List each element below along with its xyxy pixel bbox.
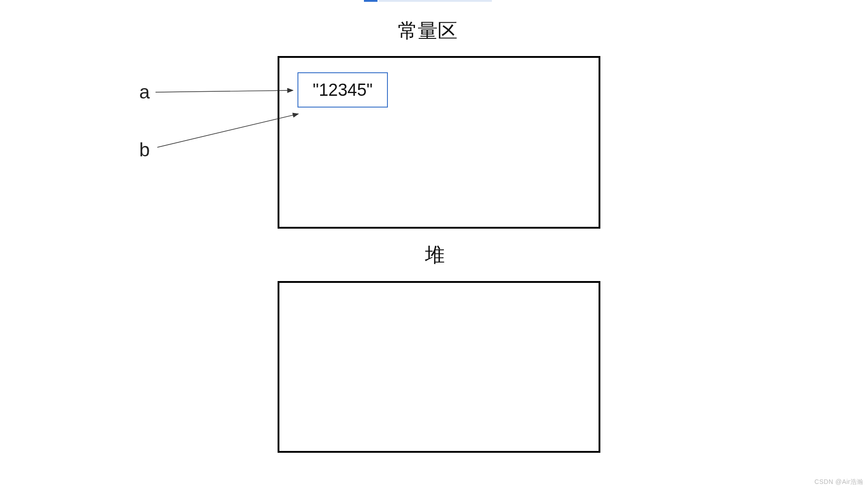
heap-title: 堆 bbox=[425, 245, 445, 265]
constant-area-title: 常量区 bbox=[398, 21, 458, 41]
string-literal-box: "12345" bbox=[297, 72, 388, 108]
watermark: CSDN @Air浩瀚 bbox=[815, 478, 863, 486]
heap-box bbox=[278, 281, 600, 453]
arrow-a-to-string bbox=[156, 90, 293, 92]
top-marker-unselected bbox=[379, 0, 492, 2]
string-literal-value: "12345" bbox=[313, 80, 373, 100]
variable-b-label: b bbox=[139, 139, 150, 161]
variable-a-label: a bbox=[139, 81, 150, 103]
top-marker-selected bbox=[364, 0, 377, 2]
